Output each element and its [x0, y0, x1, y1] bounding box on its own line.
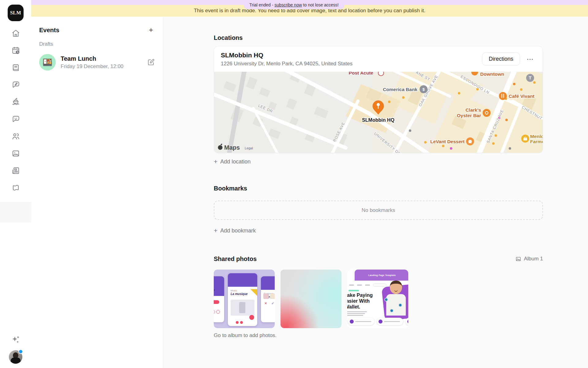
ai-sparkles-icon[interactable]	[11, 335, 21, 344]
poi-post-acute: Post Acute	[349, 72, 374, 75]
add-location-label: Add location	[220, 158, 251, 165]
calendar-clock-icon[interactable]	[12, 46, 20, 55]
maps-brand-label: Maps	[224, 144, 240, 151]
photos-icon[interactable]	[12, 149, 20, 158]
poi-cafe-vivant: Café Vivant	[509, 94, 534, 99]
rail-icons	[0, 29, 31, 192]
drafts-section-label: Drafts	[39, 41, 164, 47]
main-content: Locations SLMobbin HQ 1226 University Dr…	[164, 17, 588, 368]
phone-mockup-right: Business Entreprise ✕✓	[261, 276, 275, 322]
poi-levant-dessert: LeVant Dessert	[430, 139, 465, 144]
landing-heading-line: -Wallet.	[347, 304, 373, 310]
shared-photo-app-mockups[interactable]: otidien Music La musique Business	[214, 270, 275, 328]
trial-text-suffix: to not lose access!	[303, 2, 339, 7]
online-status-dot	[18, 349, 23, 354]
add-location-button[interactable]: + Add location	[214, 158, 251, 165]
landing-banner: Landing Page Template	[355, 270, 408, 281]
news-icon[interactable]	[12, 167, 20, 175]
plus-icon: +	[214, 227, 217, 234]
location-card: SLMobbin HQ 1226 University Dr, Menlo Pa…	[214, 46, 543, 153]
poi-transit-icon: T	[529, 75, 532, 80]
album-link[interactable]: Album 1	[515, 256, 543, 262]
subscribe-now-link[interactable]: subscribe now	[274, 2, 302, 7]
guests-icon[interactable]	[12, 132, 20, 140]
location-more-button[interactable]: ⋯	[524, 53, 536, 65]
maps-legal-link[interactable]: Legal	[245, 146, 253, 150]
poi-downtown: Downtown	[480, 72, 504, 77]
poi-clarks-line1: Clark's	[466, 107, 481, 113]
map-canvas: LEE DR ROSE AVE UNIVERSITY DR OAK GROVE …	[214, 72, 543, 153]
event-thumbnail: 🍱	[39, 54, 56, 71]
shared-photo-gradient[interactable]	[281, 270, 341, 328]
add-bookmark-label: Add bookmark	[220, 227, 256, 234]
app-logo[interactable]: SLM	[8, 5, 24, 21]
flag-icon[interactable]	[12, 184, 20, 192]
landing-heading-line: Easier With	[347, 298, 373, 304]
landing-banner-text: Landing Page Template	[368, 274, 396, 277]
add-event-button[interactable]: +	[149, 26, 153, 34]
location-map[interactable]: LEE DR ROSE AVE UNIVERSITY DR OAK GROVE …	[214, 72, 543, 153]
landing-hero-person	[385, 281, 408, 317]
location-name: SLMobbin HQ	[221, 51, 352, 59]
trial-text-prefix: Trial ended -	[249, 2, 273, 7]
mockup-text: otidien	[214, 289, 215, 292]
profile-avatar[interactable]	[9, 350, 22, 364]
phone-mockup-left: otidien	[214, 276, 224, 322]
icon-rail: SLM	[0, 0, 31, 368]
poi-menlo-line2: Farme	[530, 139, 543, 144]
album-image-icon	[515, 256, 521, 262]
shared-photos-row: otidien Music La musique Business	[214, 270, 543, 328]
rail-scroll-shade	[0, 203, 31, 222]
phone-mockup-center: Music La musique	[228, 273, 257, 326]
home-icon[interactable]	[12, 29, 20, 37]
poi-clarks-line2: Oyster Bar	[457, 113, 481, 118]
album-caption: Go to album to add photos.	[214, 332, 543, 339]
bookmarks-heading: Bookmarks	[214, 185, 543, 192]
chat-smile-icon[interactable]	[12, 115, 20, 123]
album-label: Album 1	[524, 256, 543, 262]
shared-photos-heading: Shared photos	[214, 255, 257, 263]
events-panel-title: Events	[39, 26, 59, 34]
event-title: Team Lunch	[61, 55, 142, 63]
map-pin-label: SLMobbin HQ	[362, 117, 394, 123]
poi-menlo-line1: Menlo	[530, 134, 543, 139]
location-address: 1226 University Dr, Menlo Park, CA 94025…	[221, 60, 352, 67]
edit-event-icon[interactable]	[147, 58, 155, 66]
plus-icon: +	[214, 158, 217, 165]
app-logo-text: SLM	[10, 10, 21, 16]
directions-button[interactable]: Directions	[482, 52, 520, 66]
landing-heading-line: Make Paying	[347, 292, 373, 298]
poi-bank-icon-glyph: $	[422, 87, 425, 92]
bookmarks-empty-state: No bookmarks	[214, 201, 543, 220]
message-edit-icon[interactable]	[12, 81, 20, 89]
add-bookmark-button[interactable]: + Add bookmark	[214, 227, 256, 234]
shared-photo-landing-page[interactable]: Landing Page Template Make Paying Easier…	[347, 270, 408, 328]
locations-heading: Locations	[214, 34, 543, 41]
event-datetime: Friday 19 December, 12:00	[61, 63, 142, 70]
guestbook-icon[interactable]	[12, 63, 20, 72]
events-panel: Events + Drafts 🍱 Team Lunch Friday 19 D…	[31, 17, 164, 368]
trial-banner: Trial ended - subscribe now to not lose …	[244, 0, 344, 9]
event-list-item[interactable]: 🍱 Team Lunch Friday 19 December, 12:00	[39, 54, 164, 71]
boat-icon[interactable]	[12, 98, 20, 106]
no-bookmarks-label: No bookmarks	[362, 207, 395, 213]
poi-comerica-bank: Comerica Bank	[383, 87, 417, 92]
